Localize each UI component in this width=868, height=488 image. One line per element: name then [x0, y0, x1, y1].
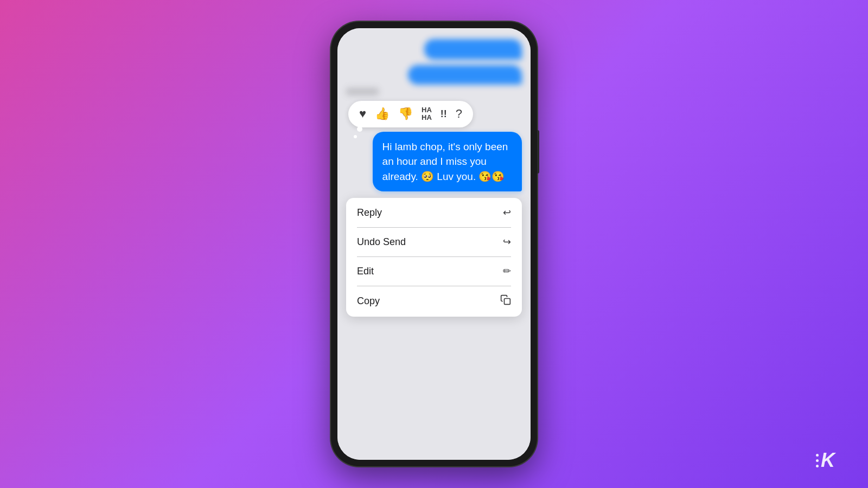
phone-wrapper: ♥ 👍 👎 HAHA !! ? Hi lamb chop, it's only … — [331, 22, 537, 466]
reply-menu-item[interactable]: Reply ↩ — [346, 198, 522, 227]
edit-menu-item[interactable]: Edit ✏ — [346, 256, 522, 286]
undo-send-label: Undo Send — [357, 236, 406, 248]
edit-label: Edit — [357, 266, 374, 277]
side-button — [537, 130, 539, 174]
phone-frame: ♥ 👍 👎 HAHA !! ? Hi lamb chop, it's only … — [331, 22, 537, 466]
copy-icon — [500, 294, 511, 308]
phone-screen: ♥ 👍 👎 HAHA !! ? Hi lamb chop, it's only … — [337, 28, 531, 460]
watermark-dot-2 — [816, 459, 819, 462]
reply-label: Reply — [357, 207, 382, 219]
watermark-letter: K — [821, 449, 835, 472]
main-message-area: Hi lamb chop, it's only been an hour and… — [337, 132, 531, 198]
blurred-bubble-1 — [424, 39, 522, 60]
thumbsup-reaction-icon[interactable]: 👍 — [375, 107, 390, 121]
watermark-dot-3 — [816, 465, 819, 467]
heart-reaction-icon[interactable]: ♥ — [359, 107, 366, 121]
blurred-bubble-2 — [408, 65, 522, 85]
message-timestamp — [346, 88, 379, 95]
undo-send-menu-item[interactable]: Undo Send ↩ — [346, 227, 522, 256]
watermark: K — [816, 449, 835, 472]
undo-send-icon: ↩ — [503, 236, 511, 248]
screen-content: ♥ 👍 👎 HAHA !! ? Hi lamb chop, it's only … — [337, 28, 531, 460]
svg-rect-0 — [505, 299, 510, 305]
copy-label: Copy — [357, 296, 380, 307]
main-message-text: Hi lamb chop, it's only been an hour and… — [382, 141, 508, 182]
watermark-dot-1 — [816, 454, 819, 457]
watermark-dots — [816, 454, 819, 467]
thumbsdown-reaction-icon[interactable]: 👎 — [398, 107, 413, 121]
question-reaction-icon[interactable]: ? — [456, 107, 462, 121]
copy-menu-item[interactable]: Copy — [346, 286, 522, 317]
exclaim-reaction-icon[interactable]: !! — [441, 108, 447, 120]
main-message-bubble: Hi lamb chop, it's only been an hour and… — [373, 132, 522, 192]
context-menu: Reply ↩ Undo Send ↩ Edit ✏ Copy — [346, 198, 522, 317]
reply-icon: ↩ — [503, 207, 511, 219]
haha-reaction-icon[interactable]: HAHA — [422, 106, 432, 122]
edit-icon: ✏ — [503, 265, 511, 277]
reaction-bar: ♥ 👍 👎 HAHA !! ? — [348, 101, 473, 127]
watermark-logo: K — [816, 449, 835, 472]
blurred-messages — [337, 28, 531, 101]
